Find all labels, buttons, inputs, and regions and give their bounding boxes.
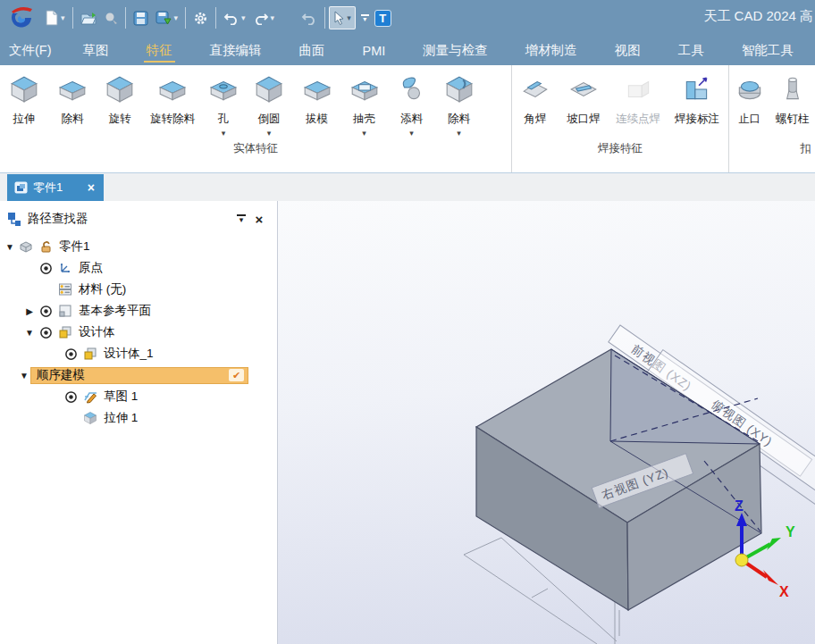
undo-dropdown[interactable]: ▾ (241, 13, 246, 22)
text-tool-button[interactable]: T (374, 10, 391, 27)
group-label-fasten: 扣 (729, 141, 815, 156)
tree-row-material[interactable]: 材料 (无) (0, 279, 277, 300)
tab-measure-inspect[interactable]: 测量与检查 (404, 36, 507, 65)
pathfinder-close-icon[interactable]: × (250, 210, 268, 228)
cut-icon (56, 72, 88, 106)
triad-origin (735, 554, 748, 566)
remove-material-dropdown[interactable]: ▾ (457, 127, 461, 139)
tree-row-design-body[interactable]: ▼ 设计体 (0, 322, 277, 343)
menu-tab-bar: 文件(F) 草图 特征 直接编辑 曲面 PMI 测量与检查 增材制造 视图 工具… (0, 36, 815, 65)
save-all-dropdown[interactable]: ▾ (174, 13, 179, 22)
undo-secondary-button[interactable] (298, 4, 321, 31)
tree-row-base-reference-planes[interactable]: ▶ 基本参考平面 (0, 300, 277, 322)
fillet-weld-tool[interactable]: 角焊 (512, 69, 559, 139)
draft-icon (301, 72, 333, 106)
close-document-icon[interactable]: × (86, 180, 97, 195)
group-label-solid-features: 实体特征 (0, 141, 511, 156)
ordered-modeling-highlight[interactable]: 顺序建模 ✔ (30, 367, 248, 384)
groove-weld-icon (567, 72, 600, 106)
eye-icon[interactable] (36, 262, 55, 275)
pathfinder-dock-options-icon[interactable]: ▾ (232, 210, 250, 228)
save-button[interactable] (130, 4, 152, 31)
round-tool[interactable]: 倒圆 ▾ (245, 69, 293, 139)
tree-row-design-body-1[interactable]: 设计体_1 (0, 343, 277, 364)
shell-dropdown[interactable]: ▾ (362, 127, 366, 139)
extrude-tool[interactable]: 拉伸 (0, 69, 48, 139)
remove-material-icon (443, 72, 475, 106)
draft-tool[interactable]: 拔模 (293, 69, 340, 139)
tree-label: 零件1 (59, 238, 90, 255)
tab-sketch[interactable]: 草图 (64, 36, 128, 65)
toolbar-separator (215, 7, 216, 29)
eye-icon[interactable] (36, 305, 55, 318)
undo-button[interactable]: ▾ (220, 4, 249, 31)
toolbar-separator (72, 7, 73, 29)
select-tool-dropdown[interactable]: ▾ (347, 13, 351, 22)
settings-gear-button[interactable] (189, 4, 212, 31)
redo-button[interactable]: ▾ (249, 4, 279, 31)
sketch-icon (80, 389, 100, 404)
add-material-dropdown[interactable]: ▾ (409, 127, 414, 139)
lip-tool[interactable]: 止口 (729, 69, 769, 139)
eye-icon[interactable] (36, 326, 55, 339)
tree-row-ordered-modeling[interactable]: ▼ 顺序建模 ✔ (0, 364, 277, 386)
weld-label-icon (681, 72, 713, 106)
add-material-tool[interactable]: 添料 ▾ (388, 69, 435, 139)
expander-icon[interactable]: ▼ (23, 328, 36, 338)
round-dropdown[interactable]: ▾ (267, 127, 272, 139)
design-body-icon (80, 347, 100, 361)
annotate-button[interactable] (101, 4, 122, 31)
expander-icon[interactable]: ▼ (18, 371, 30, 381)
hole-dropdown[interactable]: ▾ (222, 127, 226, 139)
weld-label-tool[interactable]: 焊接标注 (668, 69, 727, 139)
ribbon-group-fasten: 止口 螺钉柱 扣 (729, 65, 815, 172)
remove-material-tool[interactable]: 除料 ▾ (435, 69, 483, 139)
revolve-tool[interactable]: 旋转 (97, 69, 143, 139)
new-document-button[interactable]: ▾ (41, 4, 69, 31)
part-icon (16, 239, 36, 254)
tab-pmi[interactable]: PMI (344, 36, 405, 65)
tab-smart-tools[interactable]: 智能工具 (723, 36, 812, 65)
expander-icon[interactable]: ▼ (4, 242, 16, 252)
save-all-button[interactable]: ▾ (152, 4, 182, 31)
notch-cut-face[interactable] (610, 349, 760, 444)
hole-tool[interactable]: 孔 ▾ (202, 69, 245, 139)
app-title: 天工 CAD 2024 高 (703, 8, 813, 25)
tree-row-part1[interactable]: ▼ 零件1 (0, 236, 277, 257)
hole-icon (207, 72, 239, 106)
cut-tool[interactable]: 除料 (48, 69, 97, 139)
redo-dropdown[interactable]: ▾ (271, 13, 275, 22)
expander-icon[interactable]: ▶ (23, 306, 36, 316)
origin-icon (55, 261, 75, 275)
pathfinder-icon (7, 212, 22, 227)
new-document-dropdown[interactable]: ▾ (61, 13, 65, 22)
revolve-cut-tool[interactable]: 旋转除料 (143, 69, 202, 139)
tab-features[interactable]: 特征 (128, 36, 191, 65)
tree-row-sketch-1[interactable]: 草图 1 (0, 386, 277, 407)
tab-view[interactable]: 视图 (596, 36, 660, 65)
eye-icon[interactable] (61, 347, 80, 361)
ribbon-group-weld-features: 角焊 坡口焊 连续点焊 焊接标注 焊接特征 (512, 65, 729, 172)
tree-label: 设计体 (79, 324, 115, 340)
toolbar-options-icon[interactable]: ▾ (361, 14, 369, 22)
shell-tool[interactable]: 抽壳 ▾ (340, 69, 388, 139)
document-tab-part1[interactable]: 零件1 × (7, 174, 104, 201)
design-body-icon (55, 325, 75, 339)
groove-weld-tool[interactable]: 坡口焊 (559, 69, 609, 139)
z-axis-label: Z (735, 498, 744, 514)
tab-file[interactable]: 文件(F) (0, 36, 64, 65)
tree-row-origin[interactable]: 原点 (0, 257, 277, 279)
pathfinder-title: 路径查找器 (28, 211, 232, 227)
eye-icon[interactable] (61, 390, 80, 404)
select-tool-button[interactable]: ▾ (329, 6, 356, 29)
open-document-button[interactable] (77, 4, 101, 31)
tab-surface[interactable]: 曲面 (281, 36, 344, 65)
checkbox-icon[interactable]: ✔ (229, 369, 244, 381)
tab-direct-edit[interactable]: 直接编辑 (191, 36, 281, 65)
tree-row-extrude-1[interactable]: 拉伸 1 (0, 407, 277, 429)
screw-boss-tool[interactable]: 螺钉柱 (769, 69, 815, 139)
tab-additive[interactable]: 增材制造 (507, 36, 596, 65)
tab-tools[interactable]: 工具 (660, 36, 723, 65)
group-label-weld-features: 焊接特征 (512, 141, 728, 156)
tree-label: 材料 (无) (79, 281, 126, 297)
